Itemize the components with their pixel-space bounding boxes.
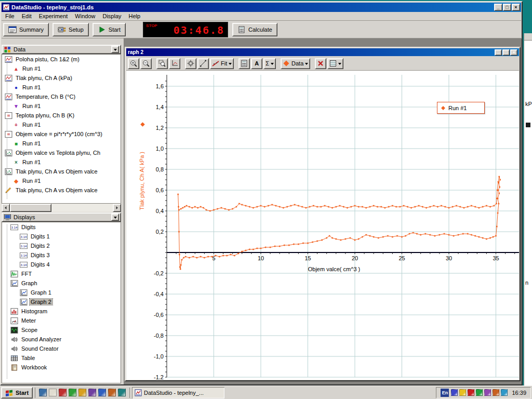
close-button[interactable]: × xyxy=(512,4,520,11)
calculator-button[interactable] xyxy=(238,58,250,69)
tray-icon[interactable] xyxy=(484,389,491,396)
minimize-button[interactable]: _ xyxy=(495,49,502,56)
quicklaunch-icon[interactable] xyxy=(108,389,116,396)
tray-icon[interactable] xyxy=(493,389,499,396)
scroll-thumb[interactable] xyxy=(10,204,51,212)
display-item[interactable]: Sound Analyzer xyxy=(2,335,121,344)
display-subitem[interactable]: 3.14Digits 3 xyxy=(2,250,121,260)
run-item[interactable]: ■Run #1 xyxy=(2,139,121,148)
menu-help[interactable]: Help xyxy=(125,12,144,20)
display-item[interactable]: FFT xyxy=(2,269,121,278)
display-item[interactable]: Meter xyxy=(2,316,121,325)
data-item[interactable]: =Teplota plynu, Ch B (K) xyxy=(2,111,121,120)
menu-display[interactable]: Display xyxy=(99,12,125,20)
start-button-toolbar[interactable]: Start xyxy=(92,23,126,36)
display-item[interactable]: Histogram xyxy=(2,307,121,316)
scroll-track[interactable] xyxy=(51,204,113,212)
zoom-out-button[interactable] xyxy=(140,58,152,69)
data-tree-scrollbar[interactable] xyxy=(2,204,121,212)
run-item[interactable]: ▼Run #1 xyxy=(2,101,121,111)
display-item[interactable]: Scope xyxy=(2,325,121,335)
data-item[interactable]: Objem valce vs Teplota plynu, Ch xyxy=(2,148,121,157)
minimize-button[interactable]: _ xyxy=(494,4,502,11)
chevron-down-icon xyxy=(271,63,274,66)
menu-window[interactable]: Window xyxy=(71,12,99,20)
tray-icon[interactable] xyxy=(468,389,474,396)
quicklaunch-icon[interactable] xyxy=(88,389,96,396)
data-item[interactable]: Tlak plynu, Ch A vs Objem valce xyxy=(2,185,121,195)
display-subitem[interactable]: 3.14Digits 1 xyxy=(2,232,121,241)
quicklaunch-icon[interactable] xyxy=(78,389,86,396)
svg-text:1,2: 1,2 xyxy=(156,125,164,131)
scroll-left-button[interactable] xyxy=(2,204,10,212)
scale-to-fit-button[interactable] xyxy=(169,58,180,69)
display-subitem[interactable]: Graph 2 xyxy=(2,297,121,307)
tray-icon[interactable] xyxy=(451,389,458,396)
displays-header-menu-button[interactable] xyxy=(111,214,119,221)
display-subitem[interactable]: 3.14Digits 4 xyxy=(2,260,121,269)
menu-edit[interactable]: Edit xyxy=(18,12,35,20)
data-item[interactable]: Tlak plynu, Ch A (kPa) xyxy=(2,73,121,83)
tray-icon[interactable] xyxy=(459,389,466,396)
task-button-datastudio[interactable]: DataStudio - tepelny_... xyxy=(132,387,224,398)
display-item[interactable]: Graph xyxy=(2,278,121,288)
zoom-select-button[interactable] xyxy=(156,58,168,69)
start-button[interactable]: Start xyxy=(1,387,33,398)
data-section-header[interactable]: Data xyxy=(2,45,121,54)
run-item[interactable]: ▲Run #1 xyxy=(2,64,121,73)
run-item[interactable]: ◆Run #1 xyxy=(2,176,121,185)
display-item[interactable]: 3.14Digits xyxy=(2,222,121,232)
quicklaunch-icon[interactable] xyxy=(49,389,57,396)
menu-file[interactable]: File xyxy=(2,12,18,20)
data-menu-button[interactable]: Data xyxy=(281,58,310,69)
run-item[interactable]: ×Run #1 xyxy=(2,157,121,167)
chart-canvas[interactable]: -1,2-1,0-0,8-0,6-0,4-0,20,20,40,60,81,01… xyxy=(126,71,519,379)
speaker-icon xyxy=(10,345,18,352)
data-item[interactable]: Poloha pistu, Ch 1&2 (m) xyxy=(2,55,121,64)
smart-tool-button[interactable] xyxy=(185,58,196,69)
display-subitem[interactable]: Graph 1 xyxy=(2,288,121,297)
quicklaunch-icon[interactable] xyxy=(59,389,66,396)
graph-plot-area[interactable]: -1,2-1,0-0,8-0,6-0,4-0,20,20,40,60,81,01… xyxy=(126,71,519,380)
menu-experiment[interactable]: Experiment xyxy=(35,12,72,20)
displays-header-label: Displays xyxy=(14,214,109,220)
data-item[interactable]: =Objem valce = pi*r*r*y*100 (cm^3) xyxy=(2,129,121,139)
grid-settings-button[interactable] xyxy=(327,58,343,69)
data-item[interactable]: Temperature, Ch B (°C) xyxy=(2,92,121,101)
maximize-button[interactable]: □ xyxy=(502,49,510,56)
calculate-button[interactable]: Calculate xyxy=(232,23,277,36)
run-item[interactable]: +Run #1 xyxy=(2,120,121,129)
display-item[interactable]: Workbook xyxy=(2,363,121,372)
scroll-right-button[interactable] xyxy=(113,204,121,212)
display-item[interactable]: Sound Creator xyxy=(2,344,121,353)
quicklaunch-icon[interactable] xyxy=(39,389,47,396)
language-indicator[interactable]: En xyxy=(441,389,449,397)
data-item[interactable]: Tlak plynu, Ch A vs Objem valce xyxy=(2,167,121,176)
tray-icon[interactable] xyxy=(476,389,483,396)
graph-title-bar[interactable]: raph 2 _□× xyxy=(126,48,519,56)
display-item[interactable]: Table xyxy=(2,353,121,363)
quicklaunch-icon[interactable] xyxy=(118,389,126,396)
quicklaunch-icon[interactable] xyxy=(69,389,76,396)
slope-tool-button[interactable] xyxy=(197,58,209,69)
displays-section-header[interactable]: Displays xyxy=(2,212,121,222)
summary-button[interactable]: Summary xyxy=(3,23,49,36)
displays-tree: 3.14Digits3.14Digits 13.14Digits 23.14Di… xyxy=(2,222,121,383)
data-header-menu-button[interactable] xyxy=(111,46,119,53)
statistics-menu-button[interactable]: Σ xyxy=(263,58,276,69)
tray-icon[interactable] xyxy=(501,389,508,396)
title-bar[interactable]: DataStudio - tepelny_stroj1.ds _□× xyxy=(2,3,521,12)
maximize-button[interactable]: □ xyxy=(503,4,511,11)
text-annotation-button[interactable]: A xyxy=(251,58,262,69)
setup-button[interactable]: Setup xyxy=(52,23,89,36)
legend[interactable]: Run #1 xyxy=(437,102,485,114)
y-axis-label: Tlak plynu, Ch A( kPa ) xyxy=(139,152,145,210)
fit-menu-button[interactable]: Fit xyxy=(210,58,234,69)
zoom-in-button[interactable] xyxy=(128,58,139,69)
remove-button[interactable] xyxy=(315,58,326,69)
run-item[interactable]: ●Run #1 xyxy=(2,83,121,92)
close-button[interactable]: × xyxy=(510,49,517,56)
run-label: Run #1 xyxy=(21,84,42,90)
quicklaunch-icon[interactable] xyxy=(98,389,106,396)
display-subitem[interactable]: 3.14Digits 2 xyxy=(2,241,121,250)
